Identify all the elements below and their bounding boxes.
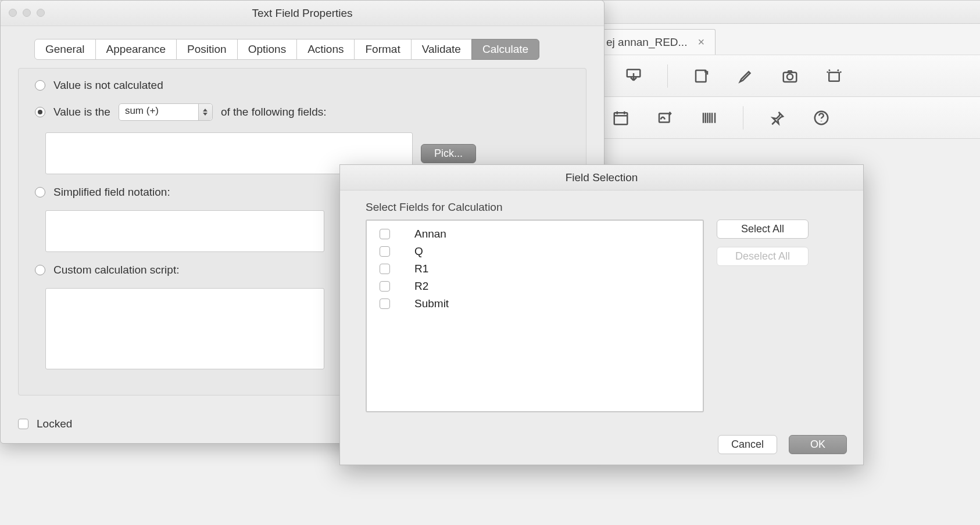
field-selection-title: Field Selection (340, 165, 863, 190)
operation-select[interactable]: sum (+) (119, 103, 213, 121)
field-label: Submit (414, 297, 449, 310)
label-not-calculated: Value is not calculated (53, 79, 163, 92)
close-icon[interactable]: × (698, 35, 704, 49)
barcode-icon[interactable] (699, 107, 720, 128)
simplified-textarea[interactable] (45, 210, 324, 252)
document-tab-label: ej annan_RED... (606, 36, 687, 49)
dialog-titlebar: Text Field Properties (1, 1, 604, 26)
field-list[interactable]: Annan Q R1 R2 Submit (366, 220, 704, 412)
field-row: Annan (377, 225, 692, 243)
field-checkbox[interactable] (380, 264, 390, 274)
calendar-icon[interactable] (610, 107, 631, 128)
field-checkbox[interactable] (380, 281, 390, 292)
cancel-button[interactable]: Cancel (718, 435, 777, 454)
rotate-icon[interactable] (691, 66, 712, 87)
stepper-arrows-icon (198, 104, 212, 120)
tab-position[interactable]: Position (176, 39, 238, 60)
radio-simplified[interactable] (35, 187, 45, 197)
tab-appearance[interactable]: Appearance (95, 39, 177, 60)
tab-validate[interactable]: Validate (411, 39, 472, 60)
camera-icon[interactable] (779, 66, 800, 87)
radio-value-is-the[interactable] (35, 107, 45, 117)
label-simplified: Simplified field notation: (53, 186, 170, 199)
highlight-icon[interactable] (735, 66, 756, 87)
help-icon[interactable] (811, 107, 832, 128)
pick-button[interactable]: Pick... (421, 144, 476, 163)
ok-button[interactable]: OK (789, 435, 847, 454)
properties-tabs: General Appearance Position Options Acti… (34, 39, 570, 60)
dialog-title: Text Field Properties (252, 7, 352, 19)
tab-options[interactable]: Options (237, 39, 297, 60)
svg-rect-1 (696, 70, 706, 82)
operation-value: sum (+) (125, 105, 159, 116)
separator (743, 106, 743, 130)
field-checkbox[interactable] (380, 299, 390, 309)
custom-script-textarea[interactable] (45, 288, 324, 369)
field-label: R1 (414, 262, 428, 275)
tab-general[interactable]: General (34, 39, 96, 60)
field-label: Annan (414, 228, 446, 240)
field-checkbox[interactable] (380, 229, 390, 239)
svg-point-3 (787, 74, 793, 80)
traffic-lights (9, 9, 45, 17)
locked-checkbox[interactable] (18, 419, 28, 429)
traffic-close[interactable] (9, 9, 17, 17)
locked-row: Locked (18, 418, 72, 430)
label-of-following: of the following fields: (221, 106, 327, 118)
field-row: Submit (377, 295, 692, 312)
download-icon[interactable] (623, 66, 644, 87)
label-custom-script: Custom calculation script: (53, 264, 179, 276)
field-label: Q (414, 245, 423, 258)
tab-calculate[interactable]: Calculate (471, 39, 539, 60)
tab-actions[interactable]: Actions (296, 39, 355, 60)
locked-label: Locked (37, 418, 72, 430)
radio-not-calculated[interactable] (35, 80, 45, 91)
pin-icon[interactable] (767, 107, 788, 128)
field-label: R2 (414, 280, 428, 293)
svg-rect-5 (614, 113, 628, 124)
select-all-button[interactable]: Select All (717, 220, 809, 239)
field-row: R1 (377, 260, 692, 278)
svg-rect-4 (829, 72, 839, 81)
enhance-icon[interactable] (824, 66, 845, 87)
field-row: R2 (377, 278, 692, 295)
traffic-max[interactable] (37, 9, 45, 17)
sign-icon[interactable] (654, 107, 675, 128)
field-selection-subtitle: Select Fields for Calculation (366, 201, 843, 214)
field-row: Q (377, 243, 692, 260)
field-selection-dialog: Field Selection Select Fields for Calcul… (339, 164, 864, 465)
label-value-is-the: Value is the (53, 106, 110, 118)
field-checkbox[interactable] (380, 246, 390, 257)
traffic-min[interactable] (23, 9, 31, 17)
separator (667, 64, 668, 88)
deselect-all-button[interactable]: Deselect All (717, 247, 809, 266)
document-tab[interactable]: ej annan_RED... × (595, 29, 716, 55)
radio-custom-script[interactable] (35, 265, 45, 275)
tab-format[interactable]: Format (354, 39, 411, 60)
